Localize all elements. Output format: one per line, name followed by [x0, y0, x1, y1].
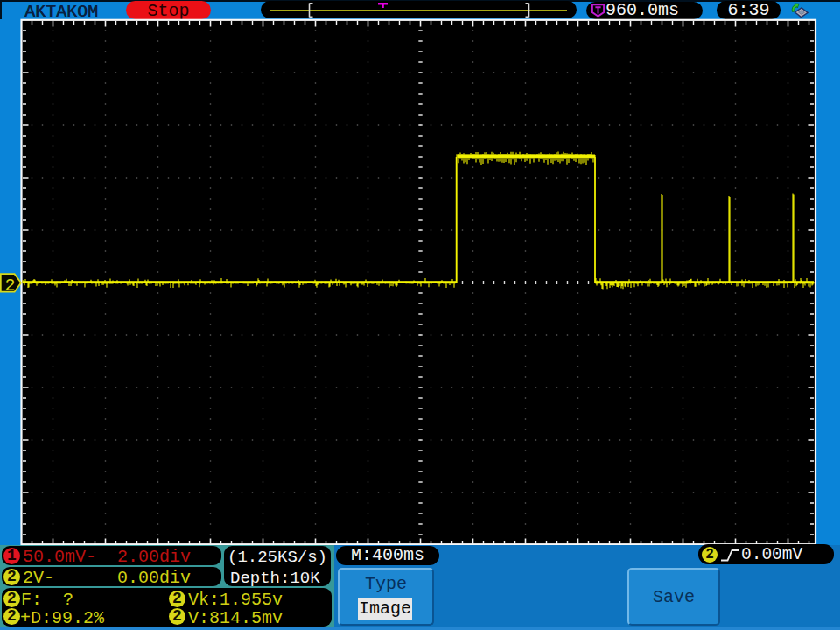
svg-text:2: 2 — [5, 276, 16, 296]
